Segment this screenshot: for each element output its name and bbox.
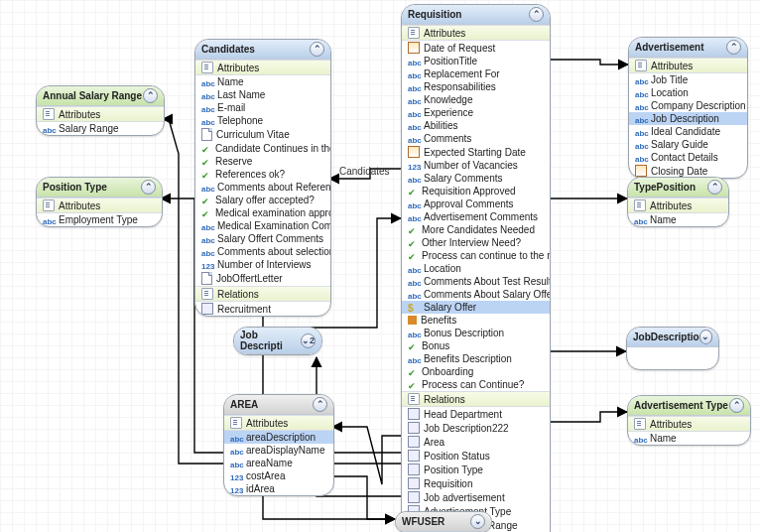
relations-icon (201, 288, 213, 300)
attr-rows: Name Last Name E-mail Telephone Curricul… (195, 75, 330, 286)
document-icon (201, 128, 212, 141)
collapse-icon[interactable]: ⌃ (141, 180, 156, 195)
entity-title: Requisition (408, 9, 461, 20)
entity-wfuser[interactable]: WFUSER⌄ (395, 511, 492, 532)
entity-job-description-right[interactable]: JobDescriptio⌄ (626, 327, 719, 370)
collapse-icon[interactable]: ⌃ (313, 397, 327, 412)
entity-title: Candidates (201, 44, 255, 55)
entity-header[interactable]: AREA⌃ (224, 395, 333, 415)
attr-rows: Date of Request PositionTitle Replacemen… (402, 41, 550, 391)
collapse-icon[interactable]: ⌃ (310, 42, 324, 57)
collapse-icon[interactable]: ⌃ (726, 40, 741, 55)
entity-title: WFUSER (402, 516, 444, 527)
entity-position-type[interactable]: Position Type⌃ Attributes Employment Typ… (36, 177, 163, 227)
entity-area[interactable]: AREA⌃ Attributes areaDescription areaDis… (223, 394, 334, 496)
entity-type-position[interactable]: TypePosition⌃ Attributes Name (627, 177, 729, 227)
entity-job-description-small[interactable]: Job Descripti⌄2 (233, 327, 322, 355)
selected-row[interactable]: Job Description (629, 112, 747, 125)
flag-icon (408, 316, 417, 325)
selected-row[interactable]: areaDescription (224, 431, 333, 444)
relation-icon (201, 303, 213, 315)
entity-title: JobDescriptio (633, 332, 699, 342)
expand-icon[interactable]: ⌄ (470, 514, 485, 529)
collapse-icon[interactable]: ⌃ (729, 398, 744, 413)
text-icon (201, 77, 213, 87)
collapse-icon[interactable]: ⌃ (529, 7, 544, 22)
entity-header[interactable]: Candidates ⌃ (195, 40, 330, 60)
entity-advertisement-type[interactable]: Advertisement Type⌃ Attributes Name (627, 395, 751, 446)
section-relations[interactable]: Relations (195, 286, 330, 302)
attributes-icon (201, 62, 213, 73)
entity-title: Job Descripti (240, 330, 301, 351)
entity-title: TypePosition (634, 182, 696, 193)
edge-label-candidates: Candidates (339, 166, 390, 177)
expand-icon[interactable]: ⌄ (699, 330, 712, 344)
entity-candidates[interactable]: Candidates ⌃ Attributes Name Last Name E… (194, 39, 331, 317)
entity-advertisement[interactable]: Advertisement⌃ Attributes Job Title Loca… (628, 37, 748, 179)
entity-title: Position Type (43, 182, 107, 193)
collapse-icon[interactable]: ⌃ (143, 88, 158, 103)
entity-title: Advertisement (635, 42, 703, 53)
entity-annual-salary-range[interactable]: Annual Salary Range⌃ Attributes Salary R… (36, 85, 165, 136)
section-attributes[interactable]: Attributes (195, 60, 330, 75)
expand-icon[interactable]: ⌄2 (301, 333, 316, 348)
selected-row[interactable]: Salary Offer (402, 301, 550, 314)
entity-requisition[interactable]: Requisition⌃ Attributes Date of Request … (401, 4, 551, 532)
collapse-icon[interactable]: ⌃ (707, 180, 722, 195)
entity-title: Advertisement Type (634, 400, 728, 411)
date-icon (408, 42, 420, 54)
number-icon (201, 260, 213, 270)
entity-title: AREA (230, 399, 258, 410)
money-icon (408, 303, 420, 313)
entity-title: Annual Salary Range (43, 90, 142, 101)
check-icon (201, 144, 211, 154)
